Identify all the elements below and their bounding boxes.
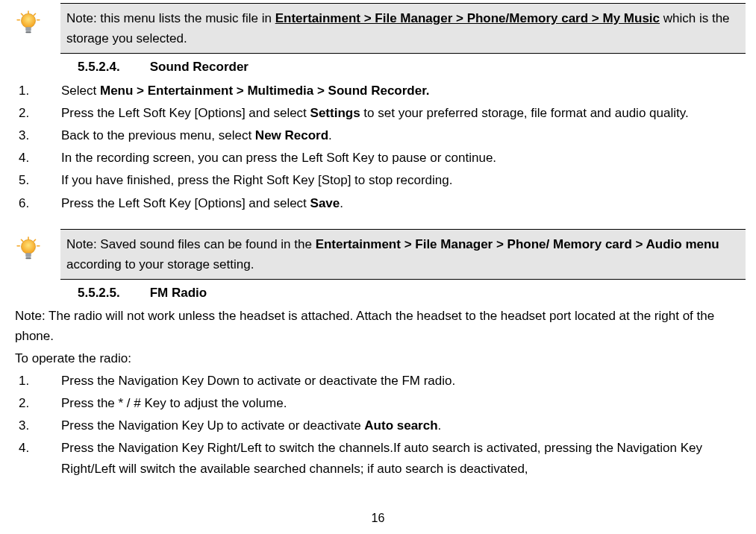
lightbulb-icon bbox=[16, 10, 41, 36]
f1: Press the Navigation Key Down to activat… bbox=[61, 374, 455, 388]
fm-intro-1: Note: The radio will not work unless the… bbox=[15, 306, 746, 346]
svg-line-14 bbox=[21, 239, 22, 241]
list-item: Select Menu > Entertainment > Multimedia… bbox=[33, 81, 746, 101]
s3c: . bbox=[328, 128, 332, 142]
bulb-col bbox=[7, 3, 49, 36]
s2b: Settings bbox=[310, 106, 360, 120]
note1-bold: Entertainment > File Manager > Phone/Mem… bbox=[275, 11, 660, 25]
note2-post: according to your storage setting. bbox=[66, 257, 254, 271]
page-number: 16 bbox=[0, 509, 756, 528]
f3c: . bbox=[438, 418, 442, 433]
note-block-2: Note: Saved sound files can be found in … bbox=[7, 229, 749, 280]
list-item: If you have finished, press the Right So… bbox=[33, 170, 746, 190]
svg-line-6 bbox=[21, 13, 22, 15]
bulb-col bbox=[7, 229, 49, 262]
f2: Press the * / # Key to adjust the volume… bbox=[61, 396, 287, 410]
heading1-num: 5.5.2.4. bbox=[78, 57, 120, 77]
note2-pre: Note: Saved sound files can be found in … bbox=[66, 237, 316, 251]
svg-rect-1 bbox=[25, 27, 31, 31]
list-item: Press the Navigation Key Right/Left to s… bbox=[33, 438, 746, 478]
note-body-1: Note: this menu lists the music file in … bbox=[60, 3, 746, 54]
s6c: . bbox=[340, 196, 343, 210]
list-item: Press the Navigation Key Down to activat… bbox=[33, 371, 746, 391]
list-item: Back to the previous menu, select New Re… bbox=[33, 125, 746, 145]
s2c: to set your preferred storage, file form… bbox=[360, 106, 689, 120]
svg-rect-9 bbox=[25, 253, 31, 257]
list-item: In the recording screen, you can press t… bbox=[33, 148, 746, 168]
note-body-2: Note: Saved sound files can be found in … bbox=[60, 229, 746, 280]
svg-line-15 bbox=[34, 239, 35, 241]
list-item: Press the Navigation Key Up to activate … bbox=[33, 415, 746, 436]
list-item: Press the * / # Key to adjust the volume… bbox=[33, 393, 746, 413]
lightbulb-icon bbox=[16, 236, 41, 262]
note2-bold: Entertainment > File Manager > Phone/ Me… bbox=[316, 237, 719, 251]
svg-rect-2 bbox=[25, 31, 31, 33]
s4: In the recording screen, you can press t… bbox=[61, 151, 496, 165]
svg-line-7 bbox=[34, 13, 35, 15]
s1a: Select bbox=[61, 84, 100, 98]
svg-point-8 bbox=[21, 239, 35, 254]
s3a: Back to the previous menu, select bbox=[61, 128, 255, 142]
svg-rect-10 bbox=[25, 257, 31, 259]
heading-fm-radio: 5.5.2.5. FM Radio bbox=[7, 283, 749, 303]
s3b: New Record bbox=[255, 128, 328, 142]
f3a: Press the Navigation Key Up to activate … bbox=[61, 418, 364, 433]
s6a: Press the Left Soft Key [Options] and se… bbox=[61, 196, 310, 210]
heading-sound-recorder: 5.5.2.4. Sound Recorder bbox=[7, 57, 749, 77]
heading1-title: Sound Recorder bbox=[150, 57, 249, 77]
note-block-1: Note: this menu lists the music file in … bbox=[7, 3, 749, 54]
s6b: Save bbox=[310, 196, 340, 210]
heading2-title: FM Radio bbox=[150, 283, 207, 303]
fm-intro-2: To operate the radio: bbox=[15, 348, 746, 368]
s5: If you have finished, press the Right So… bbox=[61, 173, 452, 187]
s2a: Press the Left Soft Key [Options] and se… bbox=[61, 106, 310, 120]
f3b: Auto search bbox=[364, 418, 437, 433]
list-item: Press the Left Soft Key [Options] and se… bbox=[33, 103, 746, 123]
heading2-num: 5.5.2.5. bbox=[78, 283, 120, 303]
list-item: Press the Left Soft Key [Options] and se… bbox=[33, 193, 746, 213]
sound-recorder-steps: Select Menu > Entertainment > Multimedia… bbox=[7, 81, 746, 213]
spacer bbox=[7, 216, 749, 229]
note1-pre: Note: this menu lists the music file in bbox=[66, 11, 275, 25]
manual-page: Note: this menu lists the music file in … bbox=[0, 0, 756, 534]
svg-point-0 bbox=[21, 13, 35, 28]
fm-radio-steps: Press the Navigation Key Down to activat… bbox=[7, 371, 746, 479]
s1b: Menu > Entertainment > Multimedia > Soun… bbox=[100, 84, 430, 98]
f4: Press the Navigation Key Right/Left to s… bbox=[61, 441, 702, 475]
